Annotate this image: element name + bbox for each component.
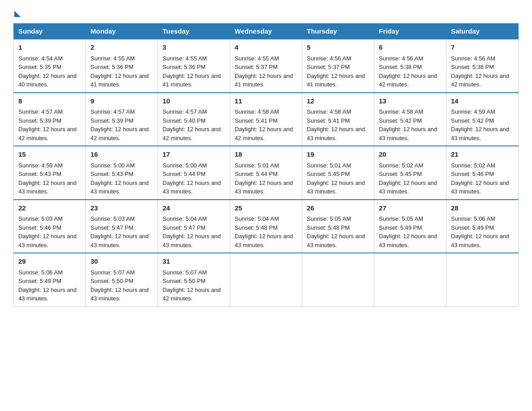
daylight-info: Daylight: 12 hours and 42 minutes. [451,72,514,89]
daylight-info: Daylight: 12 hours and 43 minutes. [307,179,369,196]
calendar-cell: 1Sunrise: 4:54 AMSunset: 5:35 PMDaylight… [14,39,86,93]
daylight-info: Daylight: 12 hours and 43 minutes. [307,232,369,249]
day-number: 21 [451,150,514,160]
calendar-cell: 21Sunrise: 5:02 AMSunset: 5:46 PMDayligh… [446,146,519,200]
calendar-cell: 22Sunrise: 5:03 AMSunset: 5:46 PMDayligh… [14,200,86,253]
daylight-info: Daylight: 12 hours and 43 minutes. [451,179,514,196]
sunrise-info: Sunrise: 4:56 AM [307,54,369,63]
sunrise-info: Sunrise: 5:05 AM [379,214,442,223]
sunrise-info: Sunrise: 5:01 AM [307,161,369,170]
sunrise-info: Sunrise: 5:04 AM [163,214,225,223]
sunrise-info: Sunrise: 5:02 AM [451,161,514,170]
sunset-info: Sunset: 5:50 PM [163,277,225,286]
day-number: 31 [163,257,225,267]
day-number: 24 [163,203,225,214]
day-number: 25 [235,203,297,214]
sunset-info: Sunset: 5:38 PM [451,63,514,72]
sunset-info: Sunset: 5:49 PM [379,223,442,232]
sunrise-info: Sunrise: 4:56 AM [451,54,514,63]
sunset-info: Sunset: 5:42 PM [379,116,442,125]
day-number: 14 [451,96,514,107]
sunset-info: Sunset: 5:46 PM [18,223,81,232]
sunrise-info: Sunrise: 5:03 AM [90,214,153,223]
sunset-info: Sunset: 5:45 PM [307,170,369,179]
sunrise-info: Sunrise: 4:55 AM [235,54,297,63]
day-number: 19 [307,150,369,160]
daylight-info: Daylight: 12 hours and 40 minutes. [18,72,81,89]
daylight-info: Daylight: 12 hours and 43 minutes. [18,232,81,249]
daylight-info: Daylight: 12 hours and 41 minutes. [235,72,297,89]
sunrise-info: Sunrise: 5:02 AM [379,161,442,170]
page-header [13,9,519,15]
daylight-info: Daylight: 12 hours and 42 minutes. [90,125,153,142]
column-header-friday: Friday [374,24,446,39]
column-header-monday: Monday [86,24,158,39]
daylight-info: Daylight: 12 hours and 42 minutes. [235,125,297,142]
sunrise-info: Sunrise: 5:06 AM [451,214,514,223]
calendar-cell: 14Sunrise: 4:59 AMSunset: 5:42 PMDayligh… [446,93,519,146]
daylight-info: Daylight: 12 hours and 41 minutes. [307,72,369,89]
day-number: 8 [18,96,81,107]
calendar-cell: 24Sunrise: 5:04 AMSunset: 5:47 PMDayligh… [158,200,230,253]
sunset-info: Sunset: 5:39 PM [18,116,81,125]
day-number: 1 [18,43,81,53]
calendar-cell: 9Sunrise: 4:57 AMSunset: 5:39 PMDaylight… [86,93,158,146]
column-header-tuesday: Tuesday [158,24,230,39]
sunset-info: Sunset: 5:39 PM [90,116,153,125]
calendar-cell: 29Sunrise: 5:06 AMSunset: 5:49 PMDayligh… [14,253,86,306]
calendar-cell [302,253,374,306]
sunset-info: Sunset: 5:45 PM [379,170,442,179]
daylight-info: Daylight: 12 hours and 43 minutes. [451,232,514,249]
sunrise-info: Sunrise: 5:07 AM [90,268,153,277]
calendar-cell: 8Sunrise: 4:57 AMSunset: 5:39 PMDaylight… [14,93,86,146]
day-number: 17 [163,150,225,160]
sunset-info: Sunset: 5:35 PM [18,63,81,72]
calendar-cell: 15Sunrise: 4:59 AMSunset: 5:43 PMDayligh… [14,146,86,200]
day-number: 30 [90,257,153,267]
week-row-4: 22Sunrise: 5:03 AMSunset: 5:46 PMDayligh… [14,200,519,253]
sunrise-info: Sunrise: 4:56 AM [379,54,442,63]
day-number: 10 [163,96,225,107]
sunset-info: Sunset: 5:43 PM [90,170,153,179]
day-number: 6 [379,43,442,53]
daylight-info: Daylight: 12 hours and 42 minutes. [163,125,225,142]
calendar-cell [374,253,446,306]
sunrise-info: Sunrise: 4:57 AM [90,107,153,116]
day-number: 26 [307,203,369,214]
logo [13,9,21,15]
sunset-info: Sunset: 5:49 PM [451,223,514,232]
sunrise-info: Sunrise: 5:06 AM [18,268,81,277]
day-number: 29 [18,257,81,267]
calendar-cell: 4Sunrise: 4:55 AMSunset: 5:37 PMDaylight… [230,39,302,93]
calendar-cell: 6Sunrise: 4:56 AMSunset: 5:38 PMDaylight… [374,39,446,93]
sunset-info: Sunset: 5:42 PM [451,116,514,125]
sunset-info: Sunset: 5:38 PM [379,63,442,72]
column-header-saturday: Saturday [446,24,519,39]
column-header-sunday: Sunday [14,24,86,39]
sunset-info: Sunset: 5:50 PM [90,277,153,286]
sunrise-info: Sunrise: 5:04 AM [235,214,297,223]
sunrise-info: Sunrise: 5:07 AM [163,268,225,277]
daylight-info: Daylight: 12 hours and 42 minutes. [163,286,225,303]
daylight-info: Daylight: 12 hours and 43 minutes. [90,232,153,249]
daylight-info: Daylight: 12 hours and 43 minutes. [163,179,225,196]
calendar-cell: 30Sunrise: 5:07 AMSunset: 5:50 PMDayligh… [86,253,158,306]
day-number: 4 [235,43,297,53]
sunrise-info: Sunrise: 4:54 AM [18,54,81,63]
sunrise-info: Sunrise: 5:01 AM [235,161,297,170]
sunset-info: Sunset: 5:43 PM [18,170,81,179]
daylight-info: Daylight: 12 hours and 43 minutes. [379,179,442,196]
calendar-cell: 19Sunrise: 5:01 AMSunset: 5:45 PMDayligh… [302,146,374,200]
calendar-cell: 23Sunrise: 5:03 AMSunset: 5:47 PMDayligh… [86,200,158,253]
sunset-info: Sunset: 5:47 PM [163,223,225,232]
sunset-info: Sunset: 5:37 PM [307,63,369,72]
calendar-cell: 25Sunrise: 5:04 AMSunset: 5:48 PMDayligh… [230,200,302,253]
sunrise-info: Sunrise: 5:03 AM [18,214,81,223]
sunset-info: Sunset: 5:46 PM [451,170,514,179]
calendar-cell [446,253,519,306]
day-number: 20 [379,150,442,160]
column-header-wednesday: Wednesday [230,24,302,39]
sunrise-info: Sunrise: 4:57 AM [18,107,81,116]
daylight-info: Daylight: 12 hours and 43 minutes. [18,179,81,196]
calendar-cell [230,253,302,306]
